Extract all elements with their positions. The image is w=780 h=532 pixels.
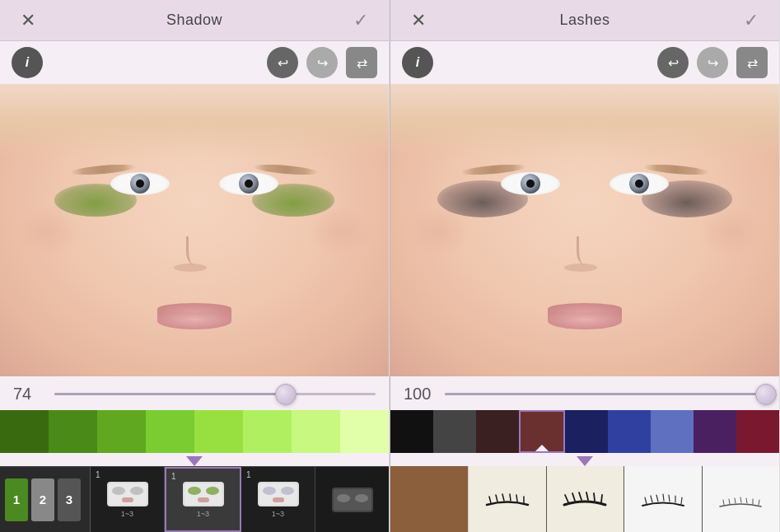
svg-line-18 xyxy=(681,497,682,504)
svg-line-14 xyxy=(656,495,658,502)
svg-line-16 xyxy=(669,495,670,502)
shadow-style-2[interactable]: 1 1~3 xyxy=(165,467,241,532)
shadow-lips xyxy=(157,303,231,329)
lashes-slider-track[interactable] xyxy=(445,393,766,395)
lash-style-2-icon xyxy=(560,487,610,511)
svg-line-22 xyxy=(740,497,741,502)
lashes-undo-icon: ↩ xyxy=(668,55,679,71)
shadow-slider-track[interactable] xyxy=(54,393,376,395)
lashes-flip-button[interactable]: ⇄ xyxy=(736,47,768,78)
shadow-style-4[interactable] xyxy=(315,467,389,532)
shadow-palette-indicator xyxy=(0,453,389,466)
lash-style-3-icon xyxy=(638,487,688,511)
shadow-cheek-right xyxy=(307,207,373,256)
shadow-color-6[interactable] xyxy=(243,410,292,453)
flip-icon: ⇄ xyxy=(357,55,367,71)
shadow-slider-thumb[interactable] xyxy=(275,384,297,405)
svg-line-2 xyxy=(502,494,504,501)
lashes-header: ✕ Lashes ✓ xyxy=(390,0,779,41)
svg-line-1 xyxy=(496,495,497,502)
svg-line-11 xyxy=(601,495,602,502)
lashes-color-8[interactable] xyxy=(694,410,736,453)
lashes-style-3[interactable] xyxy=(624,466,703,532)
lashes-color-9[interactable] xyxy=(736,410,779,453)
redo-icon: ↪ xyxy=(317,55,328,71)
lashes-undo-button[interactable]: ↩ xyxy=(657,47,689,78)
shadow-flip-button[interactable]: ⇄ xyxy=(346,47,377,78)
lashes-style-1[interactable] xyxy=(469,466,547,532)
lashes-left-pupil xyxy=(526,180,535,188)
undo-icon: ↩ xyxy=(278,55,288,71)
shadow-slider-area: 74 xyxy=(0,376,389,410)
shadow-num-3: 3 xyxy=(58,478,81,521)
shadow-slider-value: 74 xyxy=(13,385,44,404)
lashes-slider-value: 100 xyxy=(404,385,435,404)
shadow-color-5[interactable] xyxy=(194,410,243,453)
svg-line-13 xyxy=(651,496,652,502)
shadow-slider-fill xyxy=(54,393,286,395)
lash-style-1-icon xyxy=(483,487,532,511)
shadow-redo-button[interactable]: ↪ xyxy=(306,47,338,78)
shadow-style-1[interactable]: 1 1~3 xyxy=(91,467,165,532)
shadow-style-numbers[interactable]: 1 2 3 xyxy=(0,467,91,532)
svg-line-25 xyxy=(759,500,759,505)
lashes-title: Lashes xyxy=(559,12,610,29)
shadow-header: ✕ Shadow ✓ xyxy=(0,0,389,41)
lashes-style-2[interactable] xyxy=(547,466,625,532)
lashes-info-icon: i xyxy=(416,55,419,70)
shadow-info-button[interactable]: i xyxy=(12,47,43,78)
lashes-redo-button[interactable]: ↪ xyxy=(697,47,728,78)
lashes-palette-indicator xyxy=(390,453,779,466)
svg-line-23 xyxy=(746,498,747,503)
lashes-slider-area: 100 xyxy=(390,376,779,410)
shadow-left-iris xyxy=(130,174,150,194)
lashes-close-button[interactable]: ✕ xyxy=(404,6,433,35)
svg-line-10 xyxy=(594,493,595,501)
lashes-slider-thumb[interactable] xyxy=(755,384,777,405)
lashes-color-6[interactable] xyxy=(608,410,651,453)
shadow-style-3[interactable]: 1 1~3 xyxy=(241,467,315,532)
shadow-title: Shadow xyxy=(166,12,222,29)
svg-line-19 xyxy=(723,500,724,505)
shadow-undo-button[interactable]: ↩ xyxy=(267,47,298,78)
lashes-redo-icon: ↪ xyxy=(708,55,718,71)
shadow-color-3[interactable] xyxy=(97,410,146,453)
shadow-left-eye xyxy=(110,172,170,195)
shadow-color-7[interactable] xyxy=(292,410,340,453)
lashes-color-5[interactable] xyxy=(565,410,608,453)
lashes-eyes xyxy=(390,172,779,195)
lashes-right-eye xyxy=(610,172,669,195)
svg-line-15 xyxy=(663,494,664,501)
shadow-color-8[interactable] xyxy=(340,410,389,453)
shadow-color-1[interactable] xyxy=(0,410,49,453)
lashes-toolbar: i ↩ ↪ ⇄ xyxy=(390,41,779,84)
svg-line-8 xyxy=(579,492,581,500)
shadow-color-4[interactable] xyxy=(146,410,194,453)
lashes-color-1[interactable] xyxy=(390,410,433,453)
lashes-right-iris xyxy=(629,174,649,194)
lashes-panel: ✕ Lashes ✓ i ↩ ↪ ⇄ xyxy=(390,0,780,532)
shadow-right-iris xyxy=(239,174,259,194)
svg-line-4 xyxy=(516,495,517,502)
lashes-cheek-right xyxy=(698,207,764,256)
lashes-style-4[interactable] xyxy=(703,466,780,532)
lashes-color-3[interactable] xyxy=(476,410,519,453)
shadow-face-area xyxy=(0,84,389,376)
lashes-color-2[interactable] xyxy=(433,410,476,453)
lashes-info-button[interactable]: i xyxy=(402,47,433,78)
shadow-cheek-left xyxy=(16,207,82,256)
shadow-close-button[interactable]: ✕ xyxy=(13,6,43,35)
lashes-brown-swatch[interactable] xyxy=(390,466,469,532)
info-icon: i xyxy=(26,55,29,70)
lashes-confirm-button[interactable]: ✓ xyxy=(736,6,766,35)
lashes-color-7[interactable] xyxy=(651,410,694,453)
lashes-lips xyxy=(548,303,622,329)
lashes-cheek-left xyxy=(406,207,472,256)
shadow-color-2[interactable] xyxy=(49,410,97,453)
lashes-nose xyxy=(564,236,605,278)
lashes-color-4[interactable] xyxy=(519,410,565,453)
svg-line-21 xyxy=(735,498,736,503)
lashes-left-iris xyxy=(521,174,540,194)
shadow-confirm-button[interactable]: ✓ xyxy=(346,6,376,35)
svg-line-7 xyxy=(572,493,575,501)
